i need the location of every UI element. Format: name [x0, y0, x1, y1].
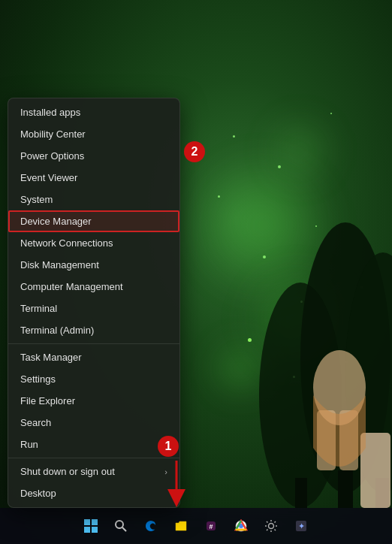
menu-item-network-connections[interactable]: Network Connections — [8, 232, 179, 254]
menu-item-label-disk-management: Disk Management — [20, 259, 99, 270]
menu-separator — [8, 458, 179, 458]
svg-line-16 — [122, 527, 126, 531]
menu-item-label-event-viewer: Event Viewer — [20, 172, 77, 183]
menu-separator — [8, 343, 179, 344]
menu-item-event-viewer[interactable]: Event Viewer — [8, 167, 179, 189]
menu-item-shut-down[interactable]: Shut down or sign out› — [8, 461, 179, 482]
menu-item-installed-apps[interactable]: Installed apps — [8, 101, 179, 123]
taskbar: #✦ — [0, 508, 392, 544]
sparkle — [330, 113, 332, 114]
svg-text:✦: ✦ — [298, 521, 305, 530]
sparkle — [233, 135, 235, 138]
menu-item-file-explorer[interactable]: File Explorer — [8, 390, 179, 412]
menu-item-label-terminal-admin: Terminal (Admin) — [20, 325, 94, 336]
menu-item-computer-management[interactable]: Computer Management — [8, 276, 179, 298]
taskbar-icon-start[interactable] — [77, 512, 104, 539]
menu-item-label-system: System — [20, 194, 53, 205]
menu-item-label-computer-management: Computer Management — [20, 281, 123, 292]
svg-point-15 — [116, 521, 123, 528]
svg-rect-13 — [84, 527, 90, 533]
svg-rect-12 — [92, 519, 98, 525]
menu-item-label-shut-down: Shut down or sign out — [20, 466, 115, 477]
menu-item-label-file-explorer: File Explorer — [20, 395, 75, 406]
taskbar-icon-more[interactable]: ✦ — [288, 512, 315, 539]
taskbar-icon-chrome[interactable] — [228, 512, 255, 539]
menu-item-label-search: Search — [20, 417, 51, 428]
submenu-arrow-shut-down: › — [164, 467, 167, 476]
menu-item-search[interactable]: Search — [8, 412, 179, 434]
svg-rect-11 — [84, 519, 90, 525]
menu-item-device-manager[interactable]: Device Manager — [8, 210, 179, 232]
taskbar-icon-search[interactable] — [107, 512, 134, 539]
menu-item-run[interactable]: Run — [8, 434, 179, 455]
menu-item-label-mobility-center: Mobility Center — [20, 128, 86, 140]
menu-item-label-device-manager: Device Manager — [20, 216, 92, 227]
menu-item-terminal[interactable]: Terminal — [8, 298, 179, 319]
menu-item-label-power-options: Power Options — [20, 150, 84, 162]
context-menu: Installed appsMobility CenterPower Optio… — [8, 98, 180, 508]
taskbar-icon-slack[interactable]: # — [198, 512, 225, 539]
sparkle — [278, 165, 281, 168]
taskbar-icon-edge[interactable] — [137, 512, 164, 539]
taskbar-icon-settings[interactable] — [258, 512, 285, 539]
menu-item-system[interactable]: System — [8, 189, 179, 210]
menu-item-settings[interactable]: Settings — [8, 368, 179, 390]
taskbar-icon-explorer[interactable] — [167, 512, 194, 539]
menu-item-power-options[interactable]: Power Options — [8, 145, 179, 167]
menu-item-terminal-admin[interactable]: Terminal (Admin) — [8, 319, 179, 341]
svg-text:#: # — [209, 523, 213, 530]
sparkle — [218, 195, 220, 198]
menu-item-label-run: Run — [20, 439, 38, 450]
menu-item-label-desktop: Desktop — [20, 488, 56, 499]
menu-item-disk-management[interactable]: Disk Management — [8, 254, 179, 276]
menu-item-label-installed-apps: Installed apps — [20, 107, 80, 118]
menu-item-desktop[interactable]: Desktop — [8, 482, 179, 504]
menu-item-label-settings: Settings — [20, 373, 56, 385]
svg-rect-14 — [92, 527, 98, 533]
bg-glow-3 — [263, 113, 338, 188]
menu-item-task-manager[interactable]: Task Manager — [8, 346, 179, 368]
menu-item-label-task-manager: Task Manager — [20, 352, 82, 363]
character-area — [294, 298, 384, 508]
menu-item-mobility-center[interactable]: Mobility Center — [8, 123, 179, 145]
menu-item-label-network-connections: Network Connections — [20, 237, 113, 249]
menu-item-label-terminal: Terminal — [20, 303, 57, 314]
